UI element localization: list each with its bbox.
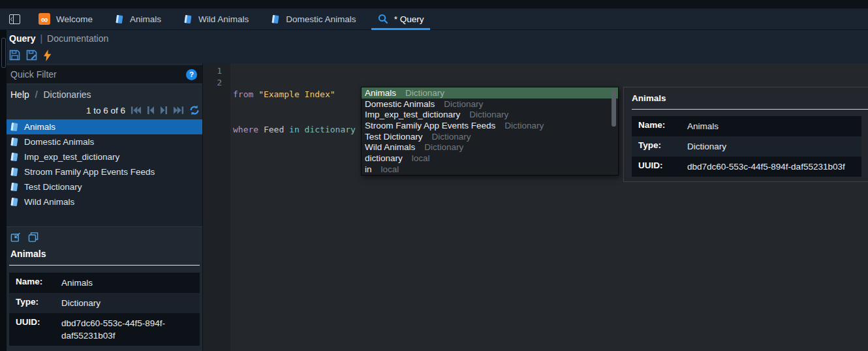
- dictionary-book-icon: [9, 197, 19, 207]
- code-line: where Feed in dictionary: [233, 124, 356, 136]
- quick-filter-input[interactable]: [7, 69, 186, 80]
- dictionary-list: Animals Domestic Animals Imp_exp_test_di…: [7, 119, 202, 226]
- list-item-animals[interactable]: Animals: [7, 119, 202, 134]
- table-row: Type: Dictionary: [9, 293, 200, 313]
- autocomplete-popup: Animals Dictionary Domestic Animals Dict…: [361, 87, 619, 176]
- breadcrumb-help[interactable]: Help: [10, 89, 29, 100]
- list-item-label: Test Dictionary: [24, 182, 82, 192]
- previous-page-icon[interactable]: [147, 106, 155, 115]
- autocomplete-item-domestic-animals[interactable]: Domestic Animals Dictionary: [362, 99, 618, 110]
- tab-label: * Query: [394, 14, 424, 24]
- list-item-domestic-animals[interactable]: Domestic Animals: [7, 134, 202, 149]
- row-label: Type:: [632, 136, 687, 154]
- next-page-icon[interactable]: [160, 106, 168, 115]
- row-label: Type:: [9, 293, 61, 311]
- search-icon: [378, 14, 388, 24]
- dictionary-book-icon: [114, 14, 124, 24]
- line-number: 2: [203, 77, 222, 89]
- list-item-label: Wild Animals: [24, 197, 74, 207]
- doc-panel-title: Animals: [632, 93, 666, 103]
- dictionary-book-icon: [9, 122, 19, 132]
- autocomplete-item-animals[interactable]: Animals Dictionary: [362, 87, 618, 99]
- tab-label: Welcome: [56, 14, 93, 24]
- table-row: Name: Animals: [632, 116, 861, 136]
- last-page-icon[interactable]: [173, 106, 184, 115]
- list-item-test-dictionary[interactable]: Test Dictionary: [7, 179, 202, 194]
- details-divider: [9, 265, 200, 266]
- list-item-label: Imp_exp_test_dictionary: [24, 152, 119, 162]
- table-row: Name: Animals: [9, 273, 200, 293]
- doc-panel-table: Name: Animals Type: Dictionary UUID: dbd…: [632, 116, 861, 177]
- copy-icon[interactable]: [28, 232, 39, 243]
- tab-animals[interactable]: Animals: [108, 8, 168, 30]
- subtab-documentation[interactable]: Documentation: [47, 33, 108, 44]
- row-value: dbd7dc60-553c-44f5-894f-daf55231b03f: [61, 313, 200, 346]
- subtab-query[interactable]: Query: [9, 33, 35, 44]
- details-table: Name: Animals Type: Dictionary UUID: dbd…: [9, 273, 200, 346]
- autocomplete-item-stroom-family-app-events-feeds[interactable]: Stroom Family App Events Feeds Dictionar…: [362, 120, 618, 131]
- list-item-imp-exp-test-dictionary[interactable]: Imp_exp_test_dictionary: [7, 149, 202, 164]
- dictionary-book-icon: [9, 182, 19, 192]
- run-query-lightning-icon[interactable]: [43, 50, 52, 61]
- row-label: UUID:: [9, 313, 61, 331]
- first-page-icon[interactable]: [131, 106, 142, 115]
- row-label: Name:: [632, 116, 687, 134]
- editor-content[interactable]: from "Example Index" where Feed in dicti…: [233, 65, 356, 159]
- list-item-label: Animals: [24, 122, 55, 132]
- open-document-icon[interactable]: [10, 232, 21, 243]
- refresh-icon[interactable]: [189, 105, 200, 115]
- quick-filter-help-icon[interactable]: ?: [186, 69, 197, 80]
- dictionary-book-icon: [9, 152, 19, 162]
- code-line: from "Example Index": [233, 89, 356, 100]
- row-label: Name:: [9, 273, 61, 290]
- tab-wild-animals[interactable]: Wild Animals: [176, 8, 255, 30]
- window-top-strip: [0, 0, 868, 8]
- pagination-controls: 1 to 6 of 6: [86, 103, 200, 117]
- pagination-range-text: 1 to 6 of 6: [86, 106, 125, 115]
- autocomplete-item-imp-exp-test-dictionary[interactable]: Imp_exp_test_dictionary Dictionary: [362, 109, 618, 120]
- breadcrumb-separator: /: [35, 89, 38, 100]
- explorer-strip-handle[interactable]: [1, 38, 6, 68]
- row-value: dbd7dc60-553c-44f5-894f-daf55231b03f: [687, 157, 861, 177]
- row-label: UUID:: [632, 157, 687, 174]
- table-row: Type: Dictionary: [632, 136, 861, 157]
- tab-label: Domestic Animals: [286, 14, 356, 24]
- autocomplete-item-wild-animals[interactable]: Wild Animals Dictionary: [362, 142, 618, 153]
- autocomplete-item-dictionary[interactable]: dictionary local: [362, 153, 618, 164]
- save-as-icon[interactable]: [26, 50, 37, 61]
- explorer-panel-toggle-icon[interactable]: [9, 14, 20, 24]
- dictionary-book-icon: [9, 167, 19, 177]
- popup-scrollbar-thumb[interactable]: [612, 90, 616, 127]
- selected-dictionary-details: Animals Name: Animals Type: Dictionary U…: [7, 226, 202, 351]
- stroom-logo-icon: ∞: [39, 13, 50, 25]
- save-icon[interactable]: [9, 50, 20, 61]
- details-title: Animals: [10, 249, 46, 259]
- list-item-label: Stroom Family App Events Feeds: [24, 167, 155, 177]
- editor-line-number-gutter: 1 2: [203, 63, 230, 351]
- breadcrumb: Help / Dictionaries: [10, 89, 91, 100]
- row-value: Dictionary: [687, 136, 861, 157]
- breadcrumb-dictionaries[interactable]: Dictionaries: [43, 89, 91, 100]
- row-value: Animals: [687, 116, 861, 136]
- row-value: Animals: [61, 273, 200, 293]
- row-value: Dictionary: [61, 293, 200, 313]
- list-item-wild-animals[interactable]: Wild Animals: [7, 194, 202, 209]
- dictionary-book-icon: [9, 137, 19, 147]
- list-item-label: Domestic Animals: [24, 137, 94, 147]
- tab-domestic-animals[interactable]: Domestic Animals: [264, 8, 362, 30]
- main-tab-bar: ∞ Welcome Animals Wild Animals Domestic …: [0, 8, 868, 30]
- autocomplete-item-in[interactable]: in local: [362, 164, 618, 175]
- tab-label: Animals: [130, 14, 161, 24]
- list-item-stroom-family-app-events-feeds[interactable]: Stroom Family App Events Feeds: [7, 164, 202, 179]
- tab-welcome[interactable]: ∞ Welcome: [32, 8, 99, 30]
- table-row: UUID: dbd7dc60-553c-44f5-894f-daf55231b0…: [632, 157, 861, 177]
- dictionary-browser-pane: ? Help / Dictionaries 1 to 6 of 6: [7, 63, 202, 351]
- table-row: UUID: dbd7dc60-553c-44f5-894f-daf55231b0…: [9, 313, 200, 346]
- subheader-separator: |: [40, 33, 42, 44]
- stroom-app-window: ∞ Welcome Animals Wild Animals Domestic …: [0, 0, 868, 351]
- autocomplete-item-test-dictionary[interactable]: Test Dictionary Dictionary: [362, 131, 618, 142]
- dictionary-book-icon: [183, 14, 193, 24]
- tab-query[interactable]: * Query: [371, 8, 431, 30]
- line-number: 1: [203, 65, 222, 77]
- doc-panel-divider: [632, 109, 868, 110]
